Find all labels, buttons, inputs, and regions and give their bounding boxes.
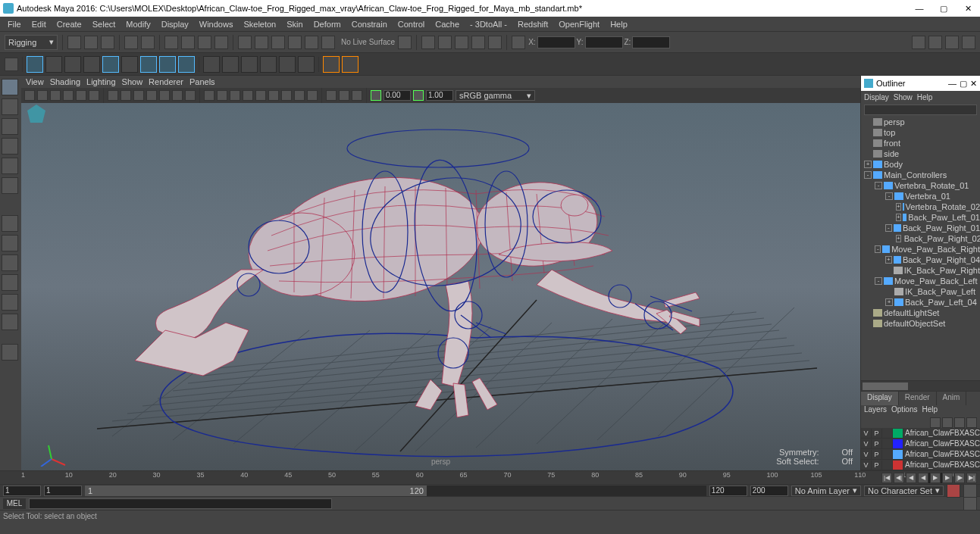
outliner-item[interactable]: -Main_Controllers [861,170,980,180]
z-input[interactable] [632,36,670,48]
menu-select[interactable]: Select [88,18,121,30]
safe-action-icon[interactable] [172,90,183,101]
layout-four-icon[interactable] [2,235,18,251]
layout-single-icon[interactable] [2,215,18,232]
shelf-tool-2-icon[interactable] [45,56,62,73]
step-back-icon[interactable]: ◀ [906,473,916,483]
shelf-curve-6-icon[interactable] [298,56,315,73]
outliner-item[interactable]: +Back_Paw_Right_04 [861,255,980,265]
layer-display-type[interactable] [882,450,893,459]
layer-display-type[interactable] [882,461,893,470]
move-layer-up-icon[interactable] [930,417,941,428]
grease-pencil-icon[interactable] [89,90,99,101]
layer-playback-toggle[interactable]: P [872,439,882,448]
layer-visibility-toggle[interactable]: V [861,429,872,438]
panel-menu-view[interactable]: View [26,77,44,86]
layout-three-icon[interactable] [2,294,18,311]
panel-menu-renderer[interactable]: Renderer [149,77,183,86]
step-back-key-icon[interactable]: ◀| [894,473,904,483]
shelf-snap-move-icon[interactable] [27,56,43,73]
snap-grid-icon[interactable] [238,36,252,49]
shelf-tool-6-icon[interactable] [121,56,138,73]
close-button[interactable]: ✕ [959,4,977,14]
snap-point-icon[interactable] [271,36,285,49]
use-lights-icon[interactable] [230,90,240,101]
dof-icon[interactable] [307,90,318,101]
menu-file[interactable]: File [3,18,26,30]
outliner-item[interactable]: persp [861,117,980,127]
move-tool-icon[interactable] [2,138,18,155]
snap-surface-icon[interactable] [305,36,318,49]
save-scene-icon[interactable] [101,36,114,49]
select-by-object-icon[interactable] [181,36,195,49]
outliner-item[interactable]: +Vertebra_Rotate_02 [861,201,980,212]
step-forward-icon[interactable]: ▶ [942,473,953,483]
outliner-minimize-icon[interactable]: — [948,79,957,89]
layer-playback-toggle[interactable]: P [872,461,882,470]
construction-history-icon[interactable] [421,36,435,49]
outliner-item[interactable]: front [861,138,980,148]
shelf-tool-9-icon[interactable] [178,56,195,73]
layer-tab-display[interactable]: Display [861,392,899,405]
layer-row[interactable]: VPAfrican_ClawFBXASC04 [861,428,980,439]
shelf-menu-icon[interactable] [5,58,18,71]
outliner-menu-help[interactable]: Help [917,93,933,101]
panel-menu-shading[interactable]: Shading [50,77,80,86]
layout-outliner-icon[interactable] [2,314,18,330]
tree-expand-icon[interactable]: + [885,256,892,264]
menu-help[interactable]: Help [606,18,632,30]
new-layer-selected-icon[interactable] [966,417,977,428]
layer-visibility-toggle[interactable]: V [861,461,872,470]
undo-icon[interactable] [124,36,138,49]
menu-constrain[interactable]: Constrain [347,18,392,30]
time-slider[interactable]: 1102030354045505560657075808590951001051… [0,470,980,484]
layer-row[interactable]: VPAfrican_ClawFBXASC045t [861,449,980,460]
shelf-curve-3-icon[interactable] [241,56,258,73]
new-empty-layer-icon[interactable] [954,417,965,428]
outliner-item[interactable]: IK_Back_Paw_Right [861,265,980,276]
outliner-tree[interactable]: persptopfrontside+Body-Main_Controllers-… [861,117,980,380]
wireframe-icon[interactable] [204,90,214,101]
move-layer-down-icon[interactable] [942,417,953,428]
menu-edit[interactable]: Edit [27,18,51,30]
auto-key-icon[interactable] [947,484,960,498]
layout-custom-icon[interactable] [2,344,18,361]
input-mode-icon[interactable] [512,36,525,49]
go-to-start-icon[interactable]: |◀ [881,473,892,483]
toggle-attribute-editor-icon[interactable] [945,36,959,49]
character-set-selector[interactable]: No Character Set▾ [864,486,944,496]
menu-skeleton[interactable]: Skeleton [239,18,280,30]
image-plane-icon[interactable] [63,90,74,101]
layer-visibility-toggle[interactable]: V [861,439,872,448]
select-by-component-icon[interactable] [198,36,211,49]
outliner-search-input[interactable] [864,105,977,115]
open-scene-icon[interactable] [84,36,98,49]
maya-home-icon[interactable] [26,103,47,124]
render-view-icon[interactable] [488,36,502,49]
anim-start-field[interactable]: 1 [3,486,41,496]
ipr-render-icon[interactable] [455,36,468,49]
toggle-modeling-toolkit-icon[interactable] [962,36,975,49]
script-language-toggle[interactable]: MEL [3,498,26,509]
new-scene-icon[interactable] [67,36,81,49]
play-backward-icon[interactable]: ◀ [918,473,928,483]
anim-layer-selector[interactable]: No Anim Layer▾ [791,486,861,496]
shadows-icon[interactable] [243,90,253,101]
render-frame-icon[interactable] [438,36,452,49]
tree-expand-icon[interactable]: + [896,235,901,242]
snap-curve-icon[interactable] [255,36,268,49]
layer-menu-layers[interactable]: Layers [864,405,887,416]
scale-tool-icon[interactable] [2,177,18,194]
layer-color-swatch[interactable] [893,461,903,470]
outliner-item[interactable]: -Move_Paw_Back_Right [861,244,980,255]
outliner-item[interactable]: +Back_Paw_Left_04 [861,297,980,308]
shelf-tool-4-icon[interactable] [83,56,100,73]
shelf-tool-3-icon[interactable] [64,56,81,73]
layer-color-swatch[interactable] [893,429,903,438]
menu-cache[interactable]: Cache [431,18,464,30]
minimize-button[interactable]: — [910,4,928,14]
layer-display-type[interactable] [882,429,893,438]
menu-redshift[interactable]: Redshift [513,18,553,30]
outliner-item[interactable]: top [861,127,980,138]
perspective-viewport[interactable]: persp Symmetry:Off Soft Select:Off [21,103,860,470]
